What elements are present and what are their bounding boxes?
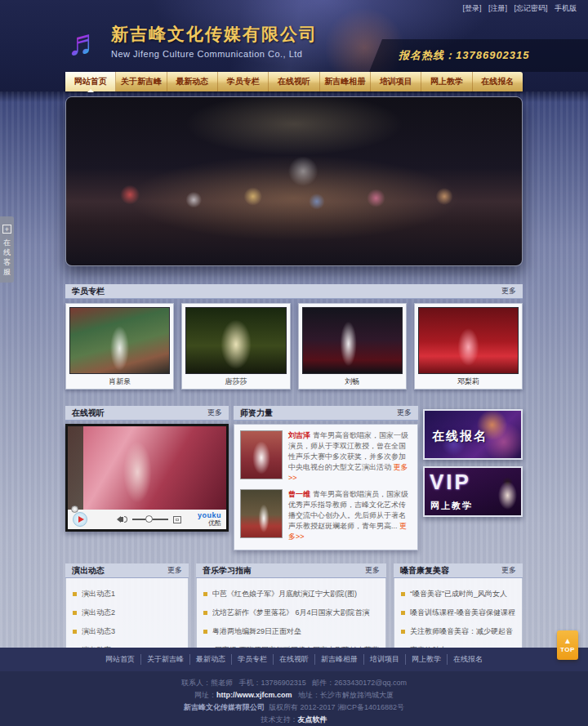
play-icon [78, 516, 84, 523]
topbar: [登录] [注册] [忘记密码] 手机版 [0, 0, 588, 15]
footer: 网站首页 关于新吉峰 最新动态 学员专栏 在线视听 新吉峰相册 培训项目 网上教… [0, 648, 588, 726]
footer-link-training[interactable]: 培训项目 [364, 654, 406, 665]
student-card[interactable]: 邓梨莉 [414, 303, 523, 390]
news-list-item[interactable]: 关注教师嗓音美容：减少硬起音 [401, 622, 515, 641]
student-name: 肖新泉 [69, 374, 170, 389]
students-more-link[interactable]: 更多 [501, 286, 516, 296]
nav-item-training[interactable]: 培训项目 [371, 72, 421, 91]
footer-link-video[interactable]: 在线视听 [274, 654, 315, 665]
news-more-link[interactable]: 更多 [501, 565, 516, 576]
online-signup-banner[interactable]: 在线报名 [423, 409, 523, 460]
nav-item-video[interactable]: 在线视听 [269, 72, 319, 91]
fullscreen-icon[interactable] [173, 516, 181, 523]
vip-online-teaching-banner[interactable]: VIP 网上教学 [423, 466, 523, 517]
news-more-link[interactable]: 更多 [365, 565, 380, 576]
news-list-item[interactable]: 演出动态1 [73, 585, 181, 604]
nav-item-about[interactable]: 关于新吉峰 [116, 72, 167, 91]
volume-icon[interactable] [114, 516, 127, 523]
site-subtitle: New Jifeng Culture Communication Co., Lt… [111, 49, 318, 59]
video-more-link[interactable]: 更多 [207, 408, 222, 418]
student-photo [418, 307, 519, 374]
register-link[interactable]: [注册] [488, 4, 507, 12]
banner-label: 在线报名 [432, 429, 488, 444]
news-list-item[interactable]: 粤港两地编舞29日正面对垒 [203, 622, 379, 641]
video-section-title: 在线视听 [72, 408, 105, 419]
teacher-photo [240, 489, 283, 538]
student-card[interactable]: 刘畅 [298, 303, 407, 390]
tech-support-link[interactable]: 友点软件 [298, 715, 327, 724]
news-list-item[interactable]: 演出动态2 [73, 604, 181, 622]
bullet-icon [73, 630, 77, 634]
student-name: 邓梨莉 [418, 374, 519, 389]
music-note-logo-icon: ♬ [67, 21, 103, 64]
video-column: 在线视听 更多 youku 优酷 [65, 391, 229, 532]
nav-item-students[interactable]: 学员专栏 [218, 72, 269, 91]
news-list-item[interactable]: 沈培艺新作《梦里落花》 6月4日国家大剧院首演 [203, 604, 379, 622]
student-card[interactable]: 唐莎莎 [181, 303, 290, 390]
footer-link-about[interactable]: 关于新吉峰 [141, 654, 190, 665]
expand-icon: + [2, 225, 11, 234]
video-player[interactable]: youku 优酷 [65, 424, 229, 532]
footer-link-home[interactable]: 网站首页 [100, 654, 141, 665]
teacher-name[interactable]: 曾一维 [288, 490, 310, 498]
bullet-icon [73, 592, 77, 596]
mobile-version-link[interactable]: 手机版 [555, 4, 577, 12]
video-thumbnail [68, 426, 226, 510]
bullet-icon [73, 611, 77, 615]
teacher-name[interactable]: 刘吉泽 [288, 431, 310, 439]
nav-item-news[interactable]: 最新动态 [167, 72, 218, 91]
login-link[interactable]: [登录] [462, 4, 481, 12]
bullet-icon [203, 611, 207, 615]
footer-link-teaching[interactable]: 网上教学 [406, 654, 448, 665]
news-list-item[interactable]: 演出动态3 [73, 622, 181, 641]
header: ♬ 新吉峰文化传媒有限公司 New Jifeng Culture Communi… [0, 15, 588, 72]
news-list-item[interactable]: “嗓音美容”已成时尚_风尚女人 [401, 585, 515, 604]
footer-link-students[interactable]: 学员专栏 [232, 654, 274, 665]
teachers-panel: 刘吉泽青年男高音歌唱家，国家一级演员，师从于李双江教授，曾在全国性声乐大赛中多次… [234, 424, 418, 550]
footer-copyright-line: 新吉峰文化传媒有限公司 版权所有 2012-2017 湘ICP备14016882… [0, 702, 588, 714]
site-titles: 新吉峰文化传媒有限公司 New Jifeng Culture Communica… [111, 23, 318, 59]
news-list-item[interactable]: 中芭《红色娘子军》月底献演辽宁大剧院(图) [203, 585, 379, 604]
nav-item-home[interactable]: 网站首页 [65, 72, 116, 91]
banners-column: 在线报名 VIP 网上教学 [423, 391, 523, 523]
bullet-icon [203, 592, 207, 596]
top-label: TOP [560, 646, 575, 653]
main-nav: 网站首页 关于新吉峰 最新动态 学员专栏 在线视听 新吉峰相册 培训项目 网上教… [65, 72, 523, 91]
bullet-icon [401, 592, 405, 596]
footer-support-line: 技术支持：友点软件 [0, 714, 588, 726]
news-section-title: 演出动态 [72, 565, 105, 577]
hotline-panel: 报名热线：13786902315 [369, 39, 588, 72]
footer-link-album[interactable]: 新吉峰相册 [315, 654, 364, 665]
nav-item-signup[interactable]: 在线报名 [473, 72, 523, 91]
student-card[interactable]: 肖新泉 [65, 303, 174, 390]
news-more-link[interactable]: 更多 [167, 565, 182, 576]
up-arrow-icon: ▲ [564, 637, 572, 645]
nav-item-album[interactable]: 新吉峰相册 [320, 72, 371, 91]
youku-logo[interactable]: youku 优酷 [198, 512, 221, 527]
volume-slider[interactable] [132, 519, 168, 520]
website-url[interactable]: http://www.xjfcm.com [216, 691, 292, 699]
nav-item-teaching[interactable]: 网上教学 [421, 72, 472, 91]
students-row: 肖新泉 唐莎莎 刘畅 邓梨莉 [65, 303, 523, 390]
progress-knob[interactable] [71, 506, 78, 513]
footer-link-signup[interactable]: 在线报名 [448, 654, 488, 665]
vip-text: VIP [430, 470, 471, 495]
site-title: 新吉峰文化传媒有限公司 [111, 23, 318, 46]
online-service-label: 在线客服 [0, 238, 14, 277]
footer-link-news[interactable]: 最新动态 [190, 654, 232, 665]
back-to-top-button[interactable]: ▲ TOP [557, 630, 578, 660]
hotline-text: 报名热线：13786902315 [399, 48, 530, 63]
hero-slider[interactable] [65, 96, 523, 266]
play-button[interactable] [73, 512, 87, 527]
news-list-item[interactable]: 嗓音训练课程-嗓音美容保健课程 [401, 604, 515, 622]
teacher-bio: 曾一维青年男高音歌唱演员，国家级优秀声乐指导教师，吉峰文化艺术传播交流中心创办人… [288, 489, 412, 542]
footer-site-line: 网址：http://www.xjfcm.com 地址：长沙市解放路鸿城大厦 [0, 689, 588, 702]
slider-knob[interactable] [145, 515, 153, 523]
news-section-bar: 嗓音康复美容 更多 [394, 563, 523, 578]
student-photo [302, 307, 403, 374]
teacher-entry: 曾一维青年男高音歌唱演员，国家级优秀声乐指导教师，吉峰文化艺术传播交流中心创办人… [240, 489, 412, 542]
online-service-tab[interactable]: + 在线客服 [0, 216, 14, 283]
student-name: 唐莎莎 [185, 374, 286, 389]
teachers-more-link[interactable]: 更多 [397, 408, 412, 418]
forgot-password-link[interactable]: [忘记密码] [514, 4, 547, 12]
